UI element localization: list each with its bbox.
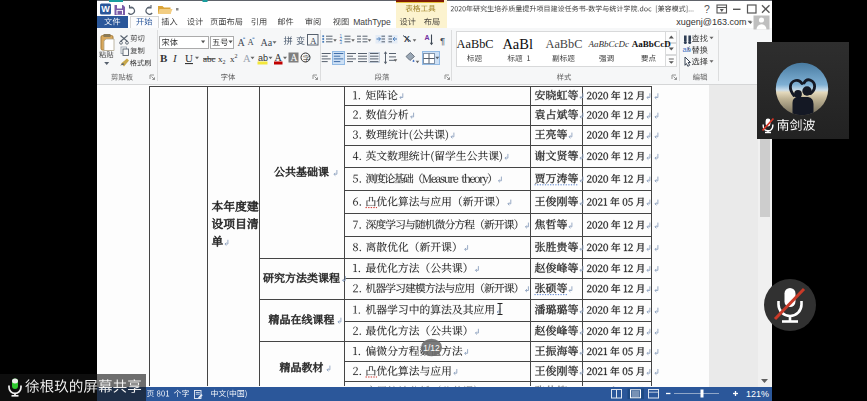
svg-text:ab: ab bbox=[258, 53, 268, 63]
svg-text:A: A bbox=[425, 34, 430, 41]
svg-text:3: 3 bbox=[340, 40, 343, 45]
svg-text:B: B bbox=[160, 52, 168, 64]
svg-text:x2: x2 bbox=[230, 53, 238, 64]
svg-text:A: A bbox=[291, 53, 298, 63]
svg-text:x2: x2 bbox=[218, 54, 226, 65]
svg-text:abc: abc bbox=[203, 54, 216, 64]
svg-text:A: A bbox=[310, 36, 317, 46]
svg-text:字: 字 bbox=[303, 55, 310, 62]
svg-text:A: A bbox=[243, 53, 251, 64]
svg-text:A: A bbox=[275, 52, 283, 63]
svg-text:?: ? bbox=[704, 3, 710, 15]
svg-text:I: I bbox=[172, 52, 178, 64]
svg-text:W: W bbox=[101, 4, 110, 14]
svg-text:Aa: Aa bbox=[261, 37, 273, 48]
svg-text:¶: ¶ bbox=[440, 35, 445, 46]
svg-text:ab: ab bbox=[683, 45, 691, 54]
svg-text:U: U bbox=[185, 52, 193, 64]
svg-text:121%: 121% bbox=[746, 389, 769, 399]
